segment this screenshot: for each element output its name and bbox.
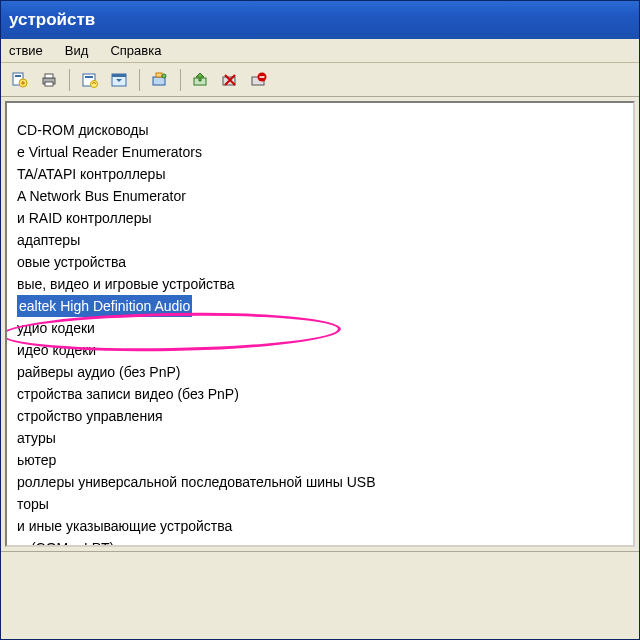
device-tree-item[interactable]: ы (COM и LPT) — [13, 537, 633, 547]
svg-point-13 — [162, 74, 166, 78]
scan-hardware-icon — [151, 71, 169, 89]
device-tree-item[interactable]: и RAID контроллеры — [13, 207, 633, 229]
svg-rect-4 — [45, 74, 53, 78]
toolbar-uninstall-button[interactable] — [246, 67, 272, 93]
toolbar-print-button[interactable] — [36, 67, 62, 93]
update-driver-icon — [192, 71, 210, 89]
device-tree-item[interactable]: e Virtual Reader Enumerators — [13, 141, 633, 163]
device-tree-item[interactable]: A Network Bus Enumerator — [13, 185, 633, 207]
toolbar-update-driver-button[interactable] — [188, 67, 214, 93]
device-tree-item[interactable]: торы — [13, 493, 633, 515]
toolbar-separator — [69, 69, 70, 91]
device-tree-item[interactable]: идео кодеки — [13, 339, 633, 361]
refresh-icon — [81, 71, 99, 89]
device-tree-item[interactable]: атуры — [13, 427, 633, 449]
svg-point-8 — [91, 80, 98, 87]
titlebar[interactable]: устройств — [1, 1, 639, 39]
toolbar-details-button[interactable] — [106, 67, 132, 93]
device-tree-item[interactable]: CD-ROM дисководы — [13, 119, 633, 141]
device-tree-item-selected[interactable]: ealtek High Definition Audio — [17, 295, 192, 317]
toolbar — [1, 63, 639, 97]
footer-area — [1, 551, 639, 639]
toolbar-separator — [139, 69, 140, 91]
device-tree[interactable]: CD-ROM дисководыe Virtual Reader Enumera… — [7, 119, 633, 547]
window-title: устройств — [9, 10, 95, 29]
menubar: ствие Вид Справка — [1, 39, 639, 63]
device-manager-window: устройств ствие Вид Справка — [0, 0, 640, 640]
device-tree-item[interactable]: райверы аудио (без PnP) — [13, 361, 633, 383]
menu-view[interactable]: Вид — [65, 43, 89, 58]
svg-rect-10 — [112, 74, 126, 77]
device-tree-panel: CD-ROM дисководыe Virtual Reader Enumera… — [5, 101, 635, 547]
menu-action[interactable]: ствие — [9, 43, 43, 58]
device-tree-item[interactable]: и иные указывающие устройства — [13, 515, 633, 537]
svg-rect-1 — [15, 75, 21, 77]
disable-icon — [221, 71, 239, 89]
menu-help[interactable]: Справка — [110, 43, 161, 58]
svg-rect-5 — [45, 82, 53, 86]
svg-rect-7 — [85, 76, 93, 78]
device-tree-item[interactable]: роллеры универсальной последовательной ш… — [13, 471, 633, 493]
device-tree-item[interactable]: ealtek High Definition Audio — [13, 295, 633, 317]
device-tree-item[interactable]: вые, видео и игровые устройства — [13, 273, 633, 295]
toolbar-separator — [180, 69, 181, 91]
device-tree-item[interactable]: TA/ATAPI контроллеры — [13, 163, 633, 185]
device-tree-item[interactable]: стройство управления — [13, 405, 633, 427]
device-tree-item[interactable]: ьютер — [13, 449, 633, 471]
device-tree-item[interactable]: овые устройства — [13, 251, 633, 273]
device-tree-item[interactable]: стройства записи видео (без PnP) — [13, 383, 633, 405]
uninstall-icon — [250, 71, 268, 89]
device-tree-item[interactable]: удио кодеки — [13, 317, 633, 339]
toolbar-scan-button[interactable] — [147, 67, 173, 93]
properties-icon — [11, 71, 29, 89]
device-tree-item[interactable]: адаптеры — [13, 229, 633, 251]
toolbar-disable-button[interactable] — [217, 67, 243, 93]
toolbar-refresh-button[interactable] — [77, 67, 103, 93]
toolbar-properties-button[interactable] — [7, 67, 33, 93]
print-icon — [40, 71, 58, 89]
details-pane-icon — [110, 71, 128, 89]
svg-rect-12 — [156, 73, 162, 77]
